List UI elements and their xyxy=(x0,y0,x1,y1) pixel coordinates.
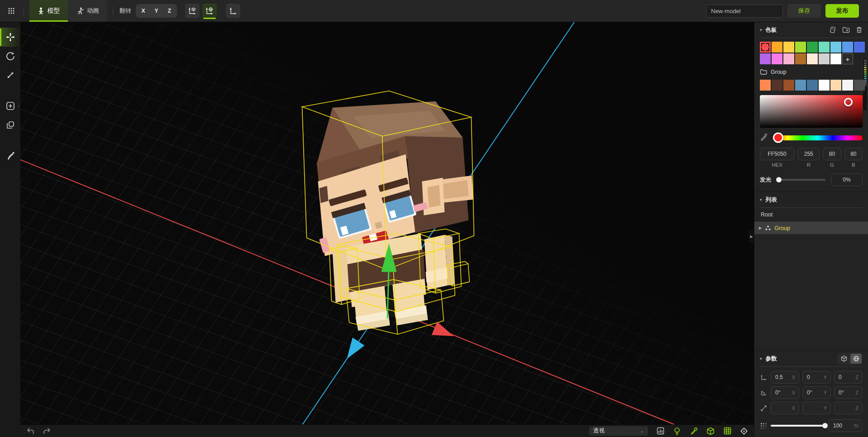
tool-flyout-chevron[interactable]: › xyxy=(18,104,19,108)
palette-swatch[interactable] xyxy=(830,42,841,53)
scale-x-input[interactable] xyxy=(771,405,792,411)
save-button[interactable]: 保存 xyxy=(787,4,821,18)
add-color-button[interactable]: + xyxy=(842,53,853,64)
list-item-group[interactable]: ▶ Group xyxy=(754,222,868,234)
plain-axis-button[interactable] xyxy=(226,4,240,18)
light-toggle-button[interactable] xyxy=(672,427,682,436)
list-item-root[interactable]: Root xyxy=(754,208,868,221)
red-field[interactable] xyxy=(797,148,820,160)
blue-input[interactable] xyxy=(845,148,862,160)
app-menu-button[interactable] xyxy=(5,4,18,18)
undo-button[interactable] xyxy=(26,427,35,436)
opacity-value-input[interactable] xyxy=(829,422,852,429)
palette-swatch[interactable] xyxy=(819,53,830,64)
sv-picker-cursor[interactable] xyxy=(844,98,853,106)
add-folder-button[interactable] xyxy=(842,26,850,34)
opacity-value-field[interactable]: % xyxy=(828,419,863,432)
collapse-triangle-icon[interactable]: ▾ xyxy=(760,197,762,202)
blue-field[interactable] xyxy=(844,148,863,160)
world-space-button[interactable] xyxy=(850,354,862,364)
green-field[interactable] xyxy=(823,148,841,160)
rotate-tool-button[interactable] xyxy=(0,47,20,66)
palette-swatch[interactable] xyxy=(760,42,771,53)
palette-group-row[interactable]: Group xyxy=(754,64,868,76)
palette-swatch[interactable] xyxy=(772,53,782,64)
tab-animation[interactable]: 动画 xyxy=(68,0,107,22)
palette-board-button[interactable] xyxy=(829,26,836,34)
rotation-x-field[interactable]: X xyxy=(771,386,799,399)
gizmo-toggle-button[interactable] xyxy=(689,427,698,436)
collapse-triangle-icon[interactable]: ▾ xyxy=(760,356,762,361)
hue-slider-knob[interactable] xyxy=(773,133,783,143)
focus-camera-button[interactable] xyxy=(739,427,749,436)
palette-swatch[interactable] xyxy=(819,80,830,91)
gizmo-x-arrow[interactable] xyxy=(432,322,457,343)
move-tool-button[interactable] xyxy=(0,28,20,47)
palette-swatch[interactable] xyxy=(807,42,818,53)
scale-tool-button[interactable] xyxy=(0,66,20,85)
glow-slider[interactable] xyxy=(777,179,825,181)
palette-swatch[interactable] xyxy=(854,80,865,91)
viewport-canvas[interactable] xyxy=(20,22,754,437)
tab-model[interactable]: 模型 xyxy=(29,0,68,22)
rotation-z-input[interactable] xyxy=(835,389,855,396)
local-space-button[interactable] xyxy=(838,354,849,364)
camera-mode-select[interactable]: 透视 ⌄ xyxy=(589,426,648,436)
scale-y-field[interactable]: Y xyxy=(802,402,831,414)
gizmo-z-arrow[interactable] xyxy=(341,337,364,363)
palette-swatch[interactable] xyxy=(783,53,794,64)
paint-pen-tool-button[interactable] xyxy=(0,146,20,165)
publish-button[interactable]: 发布 xyxy=(825,4,859,18)
wireframe-toggle-button[interactable] xyxy=(706,427,715,436)
redo-button[interactable] xyxy=(42,427,51,436)
grid-toggle-button[interactable] xyxy=(723,427,732,436)
3d-viewport[interactable]: 透视 ⌄ xyxy=(20,22,754,437)
opacity-slider[interactable] xyxy=(771,425,825,427)
opacity-slider-knob[interactable] xyxy=(822,423,828,428)
scale-y-input[interactable] xyxy=(803,405,824,411)
delete-palette-button[interactable] xyxy=(856,26,863,34)
position-z-input[interactable] xyxy=(835,374,855,380)
glow-slider-knob[interactable] xyxy=(776,177,782,182)
red-input[interactable] xyxy=(798,148,819,160)
position-x-field[interactable]: X xyxy=(771,371,799,384)
flip-x-button[interactable]: X xyxy=(137,5,149,16)
flip-z-button[interactable]: Z xyxy=(163,5,176,16)
duplicate-tool-button[interactable] xyxy=(0,115,20,134)
palette-swatch[interactable] xyxy=(795,53,806,64)
rotation-y-input[interactable] xyxy=(803,389,824,396)
world-axis-button[interactable] xyxy=(202,4,217,18)
rotation-y-field[interactable]: Y xyxy=(802,386,831,399)
palette-swatch[interactable] xyxy=(842,42,853,53)
hue-slider[interactable] xyxy=(773,135,863,140)
palette-swatch[interactable] xyxy=(830,80,841,91)
local-axis-button[interactable] xyxy=(185,4,200,18)
position-y-input[interactable] xyxy=(803,374,824,380)
palette-swatch[interactable] xyxy=(795,42,806,53)
palette-swatch[interactable] xyxy=(830,53,841,64)
panel-collapse-handle[interactable]: ▶ xyxy=(749,230,754,243)
hex-field[interactable] xyxy=(760,148,794,160)
saturation-value-picker[interactable] xyxy=(760,95,863,128)
palette-swatch[interactable] xyxy=(760,80,771,91)
palette-swatch[interactable] xyxy=(819,42,830,53)
palette-swatch[interactable] xyxy=(854,42,865,53)
stats-button[interactable] xyxy=(656,427,665,436)
scale-z-field[interactable]: Z xyxy=(834,402,863,414)
collapse-triangle-icon[interactable]: ▾ xyxy=(760,28,762,32)
eyedropper-icon[interactable] xyxy=(760,134,768,142)
scale-x-field[interactable]: X xyxy=(771,402,799,414)
rotation-x-input[interactable] xyxy=(771,389,792,396)
green-input[interactable] xyxy=(823,148,840,160)
position-z-field[interactable]: Z xyxy=(834,371,863,384)
model-name-input[interactable] xyxy=(706,5,783,18)
palette-swatch[interactable] xyxy=(783,42,794,53)
position-y-field[interactable]: Y xyxy=(802,371,831,384)
palette-swatch[interactable] xyxy=(760,53,771,64)
rotation-z-field[interactable]: Z xyxy=(834,386,863,399)
scale-z-input[interactable] xyxy=(835,405,855,411)
hex-input[interactable] xyxy=(760,148,794,160)
palette-swatch[interactable] xyxy=(842,80,853,91)
palette-swatch[interactable] xyxy=(772,42,782,53)
palette-swatch[interactable] xyxy=(807,53,818,64)
